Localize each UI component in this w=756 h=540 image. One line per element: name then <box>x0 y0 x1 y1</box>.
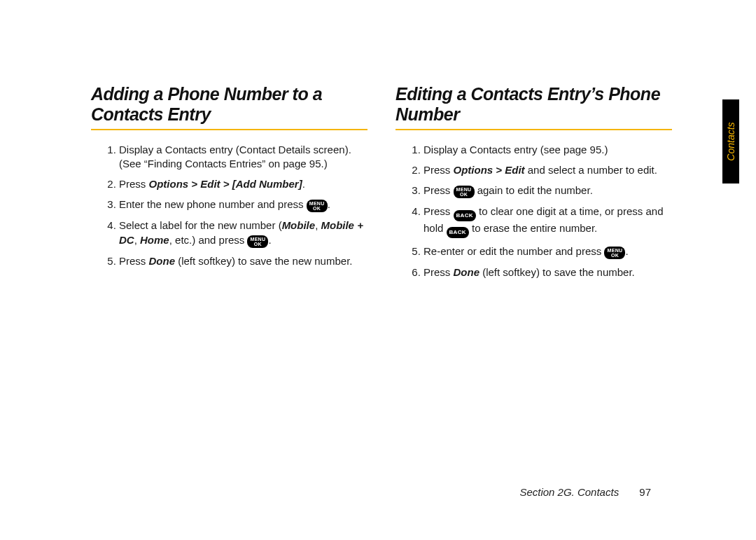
left-step-3: Enter the new phone number and press MEN… <box>119 198 368 212</box>
right-steps: Display a Contacts entry (see page 95.) … <box>396 143 672 280</box>
text: Press <box>424 164 454 176</box>
text: and select a number to edit. <box>525 164 657 176</box>
left-heading: Adding a Phone Number to a Contacts Entr… <box>91 84 368 125</box>
text: Press <box>119 178 149 190</box>
side-tab-contacts: Contacts <box>722 99 739 184</box>
text: Enter the new phone number and press <box>119 198 307 210</box>
text: . <box>302 178 305 190</box>
right-step-1: Display a Contacts entry (see page 95.) <box>424 143 672 157</box>
text: (left softkey) to save the new number. <box>175 255 352 267</box>
left-step-4: Select a label for the new number (Mobil… <box>119 219 368 247</box>
right-heading: Editing a Contacts Entry’s Phone Number <box>396 84 672 125</box>
options-path: Options > Edit <box>454 164 525 176</box>
options-path: Options > Edit > [Add Number] <box>149 178 302 190</box>
left-step-1: Display a Contacts entry (Contact Detail… <box>119 143 368 172</box>
text: , etc.) and press <box>169 234 248 246</box>
text: Press <box>119 255 149 267</box>
footer-page-number: 97 <box>639 486 651 498</box>
label-mobile: Mobile <box>282 219 316 231</box>
left-step-5: Press Done (left softkey) to save the ne… <box>119 254 368 268</box>
page-footer: Section 2G. Contacts 97 <box>0 486 756 498</box>
text: . <box>268 234 271 246</box>
back-key-icon: BACK <box>454 210 476 221</box>
menu-ok-key-icon: MENUOK <box>604 247 625 259</box>
text: to erase the entire number. <box>469 222 597 234</box>
heading-rule <box>91 129 368 130</box>
right-step-4: Press BACK to clear one digit at a time,… <box>424 205 672 238</box>
text: . <box>328 198 330 210</box>
text: again to edit the number. <box>475 184 593 196</box>
right-column: Editing a Contacts Entry’s Phone Number … <box>396 84 672 286</box>
right-step-6: Press Done (left softkey) to save the nu… <box>424 265 672 279</box>
back-key-icon: BACK <box>447 227 469 238</box>
menu-ok-key-icon: MENUOK <box>454 186 475 198</box>
done-softkey: Done <box>149 255 176 267</box>
right-step-2: Press Options > Edit and select a number… <box>424 163 672 177</box>
right-step-3: Press MENUOK again to edit the number. <box>424 184 672 198</box>
left-column: Adding a Phone Number to a Contacts Entr… <box>91 84 368 286</box>
text: . <box>625 245 628 257</box>
footer-section: Section 2G. Contacts <box>519 486 619 498</box>
text: Press <box>424 266 454 278</box>
done-softkey: Done <box>454 266 480 278</box>
text: Press <box>424 184 454 196</box>
text: Re-enter or edit the number and press <box>424 245 604 257</box>
label-home: Home <box>140 234 169 246</box>
menu-ok-key-icon: MENUOK <box>307 200 328 212</box>
text: (left softkey) to save the number. <box>479 266 635 278</box>
text: , <box>134 234 140 246</box>
menu-ok-key-icon: MENUOK <box>247 235 268 248</box>
heading-rule <box>396 129 672 130</box>
manual-page: Contacts Adding a Phone Number to a Cont… <box>0 0 756 540</box>
text: Press <box>424 205 454 217</box>
right-step-5: Re-enter or edit the number and press ME… <box>424 244 672 259</box>
content-columns: Adding a Phone Number to a Contacts Entr… <box>0 0 756 286</box>
left-step-2: Press Options > Edit > [Add Number]. <box>119 177 368 191</box>
text: Select a label for the new number ( <box>119 219 282 231</box>
side-tab-label: Contacts <box>725 122 736 160</box>
left-steps: Display a Contacts entry (Contact Detail… <box>91 143 368 268</box>
